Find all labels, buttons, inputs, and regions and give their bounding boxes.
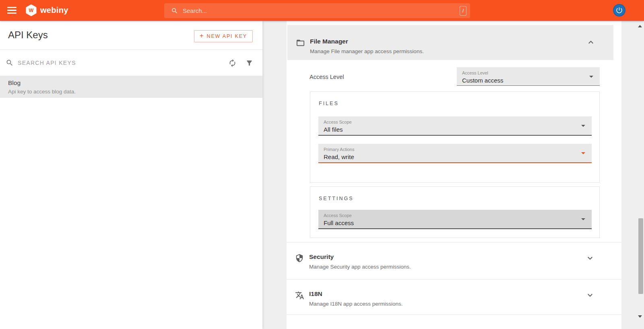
refresh-button[interactable] — [227, 58, 237, 68]
new-api-key-button[interactable]: + NEW API KEY — [194, 30, 253, 42]
section-description: Manage I18N app access permissions. — [309, 301, 403, 307]
app-window: W webiny / API Keys + NEW API KEY — [0, 0, 644, 329]
dropdown-caret-icon — [581, 218, 585, 220]
chevron-down-icon[interactable] — [585, 253, 595, 263]
dropdown-caret-icon — [581, 152, 585, 154]
top-app-bar: W webiny / — [0, 0, 644, 21]
section-description: Manage File manager app access permissio… — [310, 48, 424, 54]
accordion-security-header[interactable]: Security Manage Security app access perm… — [287, 242, 621, 279]
settings-access-scope-select[interactable]: Access Scope Full access — [318, 210, 592, 229]
api-keys-search-input[interactable] — [18, 60, 227, 66]
select-label: Primary Actions — [324, 147, 354, 152]
select-label: Access Scope — [324, 120, 352, 124]
files-access-scope-select[interactable]: Access Scope All files — [318, 116, 592, 136]
access-level-row-label: Access Level — [310, 74, 344, 80]
files-heading: FILES — [319, 101, 339, 106]
search-icon — [171, 7, 178, 14]
filter-button[interactable] — [244, 58, 254, 68]
settings-heading: SETTINGS — [319, 196, 354, 201]
permissions-panel: File Manager Manage File manager app acc… — [287, 21, 621, 329]
select-label: Access Scope — [324, 213, 352, 218]
list-item-description: Api key to access blog data. — [8, 89, 254, 95]
section-divider — [287, 315, 621, 315]
select-value: Full access — [324, 219, 354, 226]
power-icon — [615, 6, 623, 14]
files-primary-actions-select[interactable]: Primary Actions Read, write — [318, 144, 592, 163]
vertical-scrollbar[interactable] — [637, 21, 644, 329]
access-level-select[interactable]: Access Level Custom access — [457, 67, 600, 86]
select-value: Custom access — [462, 77, 504, 84]
search-shortcut-badge: / — [460, 6, 466, 16]
select-value: All files — [324, 126, 343, 133]
list-search-bar — [0, 50, 262, 76]
section-description: Manage Security app access permissions. — [309, 264, 411, 270]
shield-icon — [295, 254, 304, 263]
global-search-input[interactable] — [183, 7, 460, 14]
list-panel-header: API Keys + NEW API KEY — [0, 21, 262, 50]
page-title: API Keys — [8, 29, 48, 41]
hexagon-logo-icon: W — [25, 4, 37, 17]
global-search-bar[interactable]: / — [164, 3, 470, 18]
api-keys-list-panel: API Keys + NEW API KEY Blog — [0, 21, 262, 329]
accordion-i18n-header[interactable]: I18N Manage I18N app access permissions. — [287, 279, 621, 315]
chevron-up-icon[interactable] — [586, 37, 596, 47]
api-key-list-item-blog[interactable]: Blog Api key to access blog data. — [0, 76, 262, 98]
select-label: Access Level — [462, 70, 488, 75]
select-value: Read, write — [324, 153, 354, 160]
plus-icon: + — [200, 32, 204, 40]
folder-icon — [296, 38, 305, 48]
new-api-key-label: NEW API KEY — [207, 33, 247, 39]
filter-icon — [246, 59, 253, 67]
list-item-title: Blog — [8, 79, 254, 87]
section-title: File Manager — [310, 38, 348, 45]
refresh-icon — [228, 59, 237, 67]
brand-wordmark: webiny — [40, 6, 68, 15]
files-permission-card: FILES — [310, 91, 600, 183]
scrollbar-up-icon[interactable] — [638, 25, 642, 27]
section-title: Security — [309, 253, 334, 261]
search-icon — [6, 59, 14, 67]
translate-icon — [295, 291, 304, 300]
logo-initial: W — [29, 8, 34, 13]
dropdown-caret-icon — [581, 125, 585, 127]
webiny-logo[interactable]: W webiny — [25, 4, 68, 17]
scrollbar-thumb[interactable] — [638, 218, 643, 294]
user-menu-button[interactable] — [613, 4, 625, 17]
chevron-down-icon[interactable] — [585, 290, 595, 300]
scrollbar-down-icon[interactable] — [638, 315, 642, 318]
dropdown-caret-icon — [589, 76, 593, 78]
section-title: I18N — [309, 290, 322, 298]
accordion-file-manager-header[interactable]: File Manager Manage File manager app acc… — [287, 25, 613, 60]
menu-icon[interactable] — [7, 7, 17, 14]
